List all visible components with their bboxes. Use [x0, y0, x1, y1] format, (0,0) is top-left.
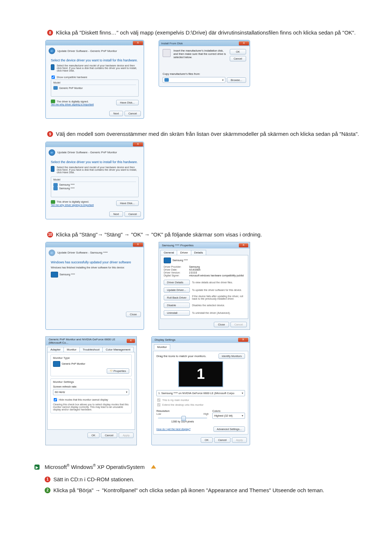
shield-icon: 🛡	[110, 369, 113, 373]
model-col-header: Model	[53, 81, 136, 85]
step-9-text: Välj den modell som överensstämmer med d…	[56, 130, 359, 138]
apply-button: Apply	[232, 437, 247, 443]
ok-button[interactable]: OK	[201, 437, 213, 443]
dialog-subtext: Windows has finished installing the driv…	[51, 266, 139, 269]
refresh-rate-select[interactable]: 60 Hertz ▾	[53, 389, 129, 395]
show-compatible-checkbox[interactable]: Show compatible hardware	[51, 75, 139, 80]
device-icon	[53, 86, 58, 90]
chevron-down-icon[interactable]: ▾	[126, 390, 127, 394]
back-icon[interactable]: ←	[49, 149, 55, 156]
resolution-slider[interactable]	[158, 417, 207, 419]
tab-monitor[interactable]: Monitor	[154, 344, 170, 349]
cancel-button[interactable]: Cancel	[230, 56, 246, 61]
ok-button[interactable]: OK	[87, 433, 99, 438]
next-button[interactable]: Next	[109, 211, 123, 217]
device-select[interactable]: 1. Samsung **** on NVIDIA GeForce 6600 L…	[156, 390, 245, 396]
close-icon[interactable]: X	[133, 41, 143, 45]
back-icon: ←	[49, 250, 55, 256]
next-button[interactable]: Next	[109, 111, 123, 116]
browse-button[interactable]: Browse...	[227, 77, 246, 83]
cancel-button[interactable]: Cancel	[101, 433, 117, 438]
model-item-samsung-1[interactable]: Samsung ****	[53, 183, 136, 187]
cancel-button[interactable]: Cancel	[124, 111, 141, 116]
colors-select[interactable]: Highest (32 bit) ▾	[212, 413, 245, 419]
xp-step-1-text: Sätt in CD:n i CD-ROM stationen.	[53, 476, 134, 483]
signing-info-link[interactable]: Tell me why driver signing is important	[51, 103, 94, 106]
step-10: 10 Klicka på "Stäng"→ "Stäng" → "OK" → "…	[47, 231, 359, 445]
close-icon[interactable]: X	[133, 142, 143, 146]
tab-troubleshoot[interactable]: Troubleshoot	[79, 347, 103, 352]
disable-button[interactable]: Disable	[164, 303, 190, 308]
dialog-heading: Select the device driver you want to ins…	[51, 160, 139, 164]
chevron-down-icon[interactable]: ▾	[222, 78, 224, 82]
chevron-down-icon[interactable]: ▾	[242, 414, 243, 417]
monitor-icon	[51, 166, 54, 172]
step-8: 8 Klicka på "Diskett finns…" och välj ma…	[47, 29, 359, 119]
cancel-button[interactable]: Cancel	[214, 437, 230, 443]
path-combo[interactable]: ▾	[163, 77, 225, 83]
monitor-icon	[53, 361, 60, 367]
xp-step-1: 1 Sätt in CD:n i CD-ROM stationen.	[45, 476, 359, 483]
tab-adapter[interactable]: Adapter	[47, 347, 64, 352]
dialog-title: Generic PnP Monitor and NVIDIA GeForce 6…	[49, 338, 127, 344]
installed-device: Samsung ****	[51, 272, 139, 278]
monitor-icon	[51, 64, 54, 70]
group-monitor-type: Monitor Type Generic PnP Monitor 🛡 Prope…	[50, 355, 132, 376]
uninstall-button[interactable]: Uninstall	[164, 310, 190, 316]
close-icon[interactable]: X	[239, 41, 249, 45]
tab-color-mgmt[interactable]: Color Management	[102, 347, 134, 352]
section-windows-xp: ▶ Microsoft® Windows® XP OperativSystem …	[34, 463, 359, 494]
monitor-preview-1[interactable]: 1	[178, 361, 223, 387]
best-display-help-link[interactable]: How do I get the best display?	[156, 428, 191, 430]
model-list[interactable]: Model Generic PnP Monitor	[51, 80, 139, 97]
device-icon	[53, 187, 58, 190]
up-arrow-icon[interactable]	[151, 465, 156, 469]
device-icon	[53, 183, 58, 187]
model-item-samsung-2[interactable]: Samsung ****	[53, 187, 136, 190]
have-disk-button[interactable]: Have Disk...	[116, 200, 139, 206]
back-icon[interactable]: ←	[49, 48, 55, 54]
step-9: 9 Välj den modell som överensstämmer med…	[47, 130, 359, 219]
driver-details-button[interactable]: Driver Details	[164, 280, 190, 285]
dialog-title: Install From Disk	[161, 42, 183, 45]
ok-button[interactable]: OK	[230, 49, 246, 54]
hide-modes-checkbox[interactable]: Hide modes that this monitor cannot disp…	[53, 397, 129, 402]
crumb-text: Update Driver Software - Samsung ****	[57, 251, 108, 254]
close-icon[interactable]: X	[238, 338, 248, 342]
play-icon: ▶	[34, 465, 40, 470]
model-list[interactable]: Model Samsung **** Samsung ****	[51, 177, 139, 197]
drive-icon	[164, 78, 169, 82]
close-icon[interactable]: X	[127, 339, 135, 343]
shield-icon	[51, 100, 55, 103]
identify-monitors-button[interactable]: Identify Monitors	[219, 353, 245, 359]
advanced-settings-button[interactable]: Advanced Settings...	[213, 426, 245, 432]
close-icon[interactable]: X	[133, 243, 143, 247]
have-disk-button[interactable]: Have Disk...	[116, 100, 139, 105]
dialog-select-model: X ← Update Driver Software - Generic PnP…	[45, 142, 144, 219]
properties-button[interactable]: 🛡 Properties	[107, 368, 129, 374]
close-button[interactable]: Close	[214, 322, 229, 327]
floppy-icon	[163, 49, 171, 57]
tab-monitor[interactable]: Monitor	[64, 347, 80, 352]
model-item-generic[interactable]: Generic PnP Monitor	[53, 86, 136, 90]
close-icon[interactable]: X	[239, 243, 248, 247]
xp-step-2-text: Klicka på "Börja" → "Kontrollpanel" och …	[53, 487, 324, 494]
dialog-display-settings: Display Settings X Monitor Drag the icon…	[151, 336, 250, 445]
tab-details[interactable]: Details	[191, 250, 206, 255]
cancel-button[interactable]: Cancel	[124, 211, 141, 217]
update-driver-button[interactable]: Update Driver...	[164, 287, 190, 293]
main-monitor-checkbox: This is my main monitor	[156, 398, 245, 402]
close-button[interactable]: Close	[126, 312, 141, 317]
dialog-title: Display Settings	[155, 338, 175, 341]
slider-thumb[interactable]	[181, 416, 186, 421]
tab-driver[interactable]: Driver	[177, 250, 191, 255]
rollback-button[interactable]: Roll Back Driver	[164, 295, 190, 300]
cancel-button: Cancel	[230, 322, 247, 327]
tab-general[interactable]: General	[160, 250, 177, 255]
signing-info-link[interactable]: Tell me why driver signing is important	[51, 204, 94, 206]
install-disk-msg: Insert the manufacturer's installation d…	[173, 49, 227, 61]
dialog-monitor-tab: Generic PnP Monitor and NVIDIA GeForce 6…	[45, 336, 137, 445]
crumb-text: Update Driver Software - Generic PnP Mon…	[57, 151, 117, 154]
xp-step-2-bullet: 2	[45, 487, 50, 493]
chevron-down-icon[interactable]: ▾	[242, 392, 243, 395]
